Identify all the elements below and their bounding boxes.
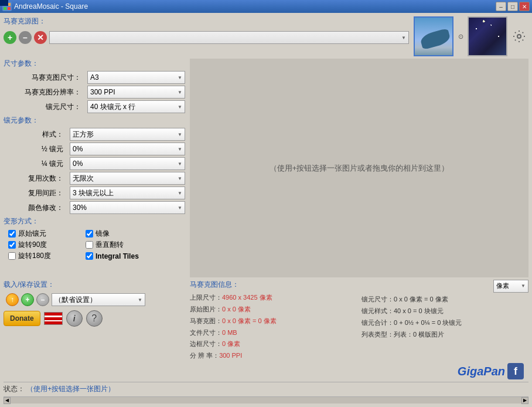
tile-style-label: 镶元样式： (362, 307, 394, 314)
tile-params-section: 镶元参数： 样式： 正方形 ½ 镶元 0% ¼ 镶元 0% 复用次数： (4, 116, 185, 214)
resolution-value-left: 300 PPI (219, 352, 242, 359)
info-button[interactable]: i (66, 310, 83, 327)
mirror-label: 镜像 (96, 229, 110, 239)
mosaic-res-dropdown[interactable]: 300 PPI (87, 86, 185, 99)
vertical-flip-label: 垂直翻转 (96, 240, 124, 250)
rotate90-label: 旋转90度 (18, 240, 47, 250)
scrollbar[interactable]: ◀ ▶ (4, 396, 528, 403)
rotate90-checkbox-item: 旋转90度 (8, 240, 84, 250)
language-flag[interactable] (44, 312, 63, 325)
reuse-count-dropdown[interactable]: 无限次 (70, 172, 185, 185)
center-preview[interactable]: （使用+按钮选择一张图片或者拖曳你的相片到这里） (190, 59, 528, 277)
tile-size-label: 镶元尺寸： (15, 102, 86, 112)
load-btn[interactable]: ↑ (6, 293, 19, 306)
transform-section: 变形方式： 原始镶元 镜像 旋转90度 (4, 216, 185, 261)
quarter-label: ¼ 镶元 (15, 159, 68, 169)
main-window: 马赛克源图： + – ✕ ⊙ (0, 13, 532, 407)
original-label: 原始镶元 (18, 229, 46, 239)
gigapan-row: GigaPan f (190, 363, 528, 379)
thumbnail-starry[interactable] (468, 16, 507, 56)
minimize-button[interactable]: – (496, 2, 506, 11)
maximize-button[interactable]: □ (507, 2, 518, 11)
status-label: 状态： (4, 385, 25, 393)
delete-btn[interactable]: – (36, 293, 49, 306)
rotate90-checkbox[interactable] (8, 241, 16, 249)
mirror-checkbox[interactable] (86, 230, 93, 238)
border-size-label: 边框尺寸： (190, 340, 222, 347)
original-pic-value: 0 x 0 像素 (222, 306, 251, 313)
remove-source-button[interactable]: – (19, 31, 32, 44)
mirror-checkbox-item: 镜像 (86, 229, 162, 239)
upper-limit-label: 上限尺寸： (190, 294, 222, 301)
title-bar-left: AndreaMosaic - Square (2, 2, 88, 11)
pixel-unit-dropdown[interactable]: 像素 (493, 280, 528, 293)
size-params-section: 尺寸参数： 马赛克图尺寸： A3 马赛克图分辨率： 300 PPI 镶元尺寸： … (4, 59, 185, 113)
style-dropdown[interactable]: 正方形 (70, 128, 185, 141)
load-save-section: 载入/保存设置： ↑ + – （默省设置） (4, 280, 185, 306)
source-dropdown[interactable] (49, 31, 409, 44)
tile-size-dropdown[interactable]: 40 块镶元 x 行 (87, 100, 185, 113)
reuse-count-label: 复用次数： (15, 174, 68, 184)
rotate180-checkbox-item: 旋转180度 (8, 251, 84, 261)
add-source-button[interactable]: + (4, 31, 16, 44)
integral-tiles-checkbox[interactable] (86, 252, 93, 260)
status-text: （使用+按钮选择一张图片） (26, 385, 115, 393)
mosaic-size-label: 马赛克图尺寸： (15, 73, 86, 83)
thumbnail-row: ⊙ (414, 16, 528, 56)
list-type-label: 列表类型： (362, 331, 394, 338)
tile-size-right-value: 0 x 0 像素 = 0 像素 (394, 296, 448, 303)
vertical-flip-checkbox-item: 垂直翻转 (86, 240, 162, 250)
resolution-label-left: 分 辨 率： (190, 352, 219, 359)
list-type-value: 列表：0 横版图片 (394, 331, 444, 338)
upper-limit-value: 4960 x 3425 像素 (222, 294, 272, 301)
style-label: 样式： (15, 130, 68, 140)
close-button[interactable]: ✕ (519, 2, 530, 11)
tile-size-right-label: 镶元尺寸： (362, 296, 394, 303)
scroll-right[interactable]: ▶ (521, 397, 528, 404)
donate-button[interactable]: Donate (4, 311, 40, 326)
rotate180-label: 旋转180度 (18, 251, 51, 261)
quarter-dropdown[interactable]: 0% (70, 157, 185, 170)
window-title: AndreaMosaic - Square (14, 2, 88, 11)
gigapan-text: GigaPan (458, 365, 505, 378)
original-pic-label: 原始图片： (190, 306, 222, 313)
load-save-label: 载入/保存设置： (4, 280, 185, 290)
tile-total-label: 镶元合计： (362, 319, 394, 326)
svg-rect-2 (4, 7, 6, 10)
rotate180-checkbox[interactable] (8, 252, 16, 260)
preset-dropdown[interactable]: （默省设置） (52, 293, 145, 306)
half-label: ½ 镶元 (15, 144, 68, 154)
tile-style-value: 40 x 0 = 0 块镶元 (394, 307, 444, 314)
title-bar: AndreaMosaic - Square – □ ✕ (0, 0, 532, 13)
source-row: + – ✕ (4, 31, 409, 44)
settings-icon[interactable] (510, 16, 528, 56)
integral-tiles-label: Integral Tiles (96, 252, 139, 260)
hint-text: （使用+按钮选择一张图片或者拖曳你的相片到这里） (270, 163, 449, 174)
status-bar: 状态： （使用+按钮选择一张图片） (4, 382, 528, 394)
svg-rect-3 (8, 7, 11, 10)
mosaic-info-label: 马赛克图信息： (190, 280, 357, 290)
color-modify-label: 颜色修改： (15, 203, 68, 213)
tile-total-value: 0 + 0½ + 0¼ = 0 块镶元 (394, 319, 462, 326)
mosaic-res-label: 马赛克图分辨率： (15, 87, 86, 97)
svg-point-4 (517, 35, 521, 38)
thumbnail-separator: ⊙ (456, 33, 465, 40)
mosaic-size-dropdown[interactable]: A3 (87, 71, 185, 84)
facebook-icon[interactable]: f (507, 363, 524, 379)
mosaic-pic-label: 马赛克图： (190, 317, 222, 324)
original-checkbox[interactable] (8, 230, 16, 238)
vertical-flip-checkbox[interactable] (86, 241, 93, 249)
help-button[interactable]: ? (86, 310, 103, 327)
tile-params-label: 镶元参数： (4, 116, 185, 126)
integral-tiles-checkbox-item: Integral Tiles (86, 251, 162, 261)
reuse-distance-dropdown[interactable]: 3 块镶元以上 (70, 186, 185, 199)
mosaic-pic-value: 0 x 0 像素 = 0 像素 (222, 317, 277, 324)
border-size-value: 0 像素 (222, 340, 240, 347)
save-btn[interactable]: + (21, 293, 34, 306)
scroll-left[interactable]: ◀ (4, 397, 11, 404)
half-dropdown[interactable]: 0% (70, 143, 185, 155)
thumbnail-dolphin[interactable] (414, 16, 453, 56)
color-modify-dropdown[interactable]: 30% (70, 201, 185, 214)
close-source-button[interactable]: ✕ (34, 31, 47, 44)
original-checkbox-item: 原始镶元 (8, 229, 84, 239)
